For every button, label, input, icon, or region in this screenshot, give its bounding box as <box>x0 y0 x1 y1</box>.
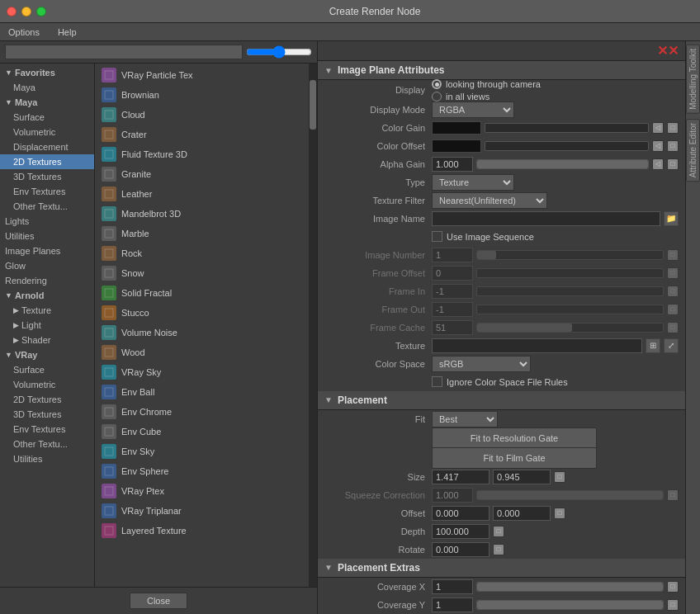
tree-item-maya[interactable]: ▼ Maya <box>0 95 94 110</box>
alpha-gain-field[interactable] <box>432 157 473 172</box>
list-item[interactable]: VRay Triplanar <box>95 501 309 521</box>
list-item[interactable]: Env Cube <box>95 422 309 442</box>
fit-resolution-gate-btn[interactable]: Fit to Resolution Gate <box>432 427 597 449</box>
texture-field[interactable] <box>432 338 642 353</box>
alpha-gain-btn1[interactable]: ◁ <box>652 158 664 170</box>
texture-filter-dropdown[interactable]: Nearest(Unfiltered) <box>432 192 547 209</box>
squeeze-correction-slider[interactable] <box>476 490 664 500</box>
list-item[interactable]: Mandelbrot 3D <box>95 204 309 224</box>
image-number-slider[interactable] <box>476 250 664 260</box>
list-item[interactable]: Wood <box>95 342 309 362</box>
alpha-gain-btn2[interactable]: □ <box>667 158 679 170</box>
squeeze-correction-field[interactable] <box>432 488 473 503</box>
list-item[interactable]: Solid Fractal <box>95 283 309 303</box>
image-number-field[interactable] <box>432 248 473 262</box>
toolkit-tab-modelling[interactable]: Modelling Toolkit <box>686 45 700 114</box>
tree-item-vray-2d[interactable]: 2D Textures <box>0 392 94 407</box>
fit-film-gate-btn[interactable]: Fit to Film Gate <box>432 447 597 469</box>
tree-item-vray-other[interactable]: Other Textu... <box>0 437 94 451</box>
maximize-window-btn[interactable] <box>36 7 46 17</box>
offset-y-field[interactable] <box>493 506 551 521</box>
use-image-seq-checkbox[interactable] <box>432 231 442 242</box>
menu-options[interactable]: Options <box>5 26 43 39</box>
zoom-slider[interactable] <box>246 45 312 59</box>
tree-item-vray-3d[interactable]: 3D Textures <box>0 407 94 422</box>
tree-item-volumetric[interactable]: Volumetric <box>0 125 94 139</box>
tree-item-arnold-shader[interactable]: ▶ Shader <box>0 333 94 347</box>
list-item[interactable]: Snow <box>95 263 309 283</box>
coverage-y-btn[interactable]: □ <box>667 599 679 611</box>
depth-field[interactable] <box>432 524 490 539</box>
image-name-browse-btn[interactable]: 📁 <box>664 211 679 226</box>
coverage-x-btn[interactable]: □ <box>667 581 679 593</box>
tree-item-2d-textures[interactable]: 2D Textures <box>0 154 94 169</box>
frame-offset-btn[interactable]: □ <box>667 267 679 279</box>
placement-extras-section-header[interactable]: ▼ Placement Extras <box>318 559 685 578</box>
size-btn[interactable]: □ <box>554 471 565 483</box>
display-mode-dropdown[interactable]: RGBA <box>432 102 514 118</box>
depth-btn[interactable]: □ <box>493 526 504 537</box>
coverage-x-slider[interactable] <box>476 582 664 592</box>
menu-help[interactable]: Help <box>54 26 80 39</box>
offset-x-field[interactable] <box>432 506 490 521</box>
size-x-field[interactable] <box>432 470 490 484</box>
tree-item-favorites-maya[interactable]: Maya <box>0 80 94 95</box>
fit-dropdown[interactable]: Best <box>432 411 498 427</box>
color-offset-btn1[interactable]: ◁ <box>652 140 664 152</box>
list-item[interactable]: VRay Ptex <box>95 481 309 501</box>
frame-offset-slider[interactable] <box>476 268 664 278</box>
frame-offset-field[interactable] <box>432 266 473 281</box>
list-item[interactable]: Fluid Texture 3D <box>95 144 309 164</box>
tree-item-arnold-light[interactable]: ▶ Light <box>0 318 94 333</box>
tree-item-other-textures[interactable]: Other Textu... <box>0 199 94 214</box>
list-item[interactable]: Crater <box>95 125 309 144</box>
tree-item-utilities[interactable]: Utilities <box>0 229 94 243</box>
texture-checker-btn[interactable]: ⊞ <box>646 338 660 353</box>
image-name-field[interactable] <box>432 211 660 226</box>
frame-cache-field[interactable] <box>432 320 473 335</box>
tree-item-env-textures[interactable]: Env Textures <box>0 184 94 199</box>
rotate-btn[interactable]: □ <box>493 544 504 555</box>
scroll-track[interactable] <box>309 64 317 587</box>
list-item[interactable]: Layered Texture <box>95 521 309 541</box>
frame-cache-btn[interactable]: □ <box>667 322 679 333</box>
scroll-thumb[interactable] <box>310 80 316 130</box>
list-item[interactable]: VRay Particle Tex <box>95 65 309 85</box>
radio-btn-camera[interactable] <box>432 79 442 89</box>
frame-in-field[interactable] <box>432 284 473 299</box>
list-item[interactable]: Env Chrome <box>95 402 309 422</box>
placement-section-header[interactable]: ▼ Placement <box>318 391 685 410</box>
tree-item-rendering[interactable]: Rendering <box>0 273 94 288</box>
list-item[interactable]: Env Ball <box>95 382 309 402</box>
radio-row-camera[interactable]: looking through camera <box>432 79 541 89</box>
color-gain-btn1[interactable]: ◁ <box>652 122 664 134</box>
coverage-y-field[interactable] <box>432 597 473 612</box>
tree-item-vray-surface[interactable]: Surface <box>0 362 94 377</box>
tree-item-favorites[interactable]: ▼ Favorites <box>0 65 94 80</box>
list-item[interactable]: Rock <box>95 243 309 263</box>
texture-link-btn[interactable]: ⤢ <box>664 338 679 353</box>
search-input[interactable] <box>5 45 243 59</box>
color-offset-swatch[interactable] <box>432 139 481 153</box>
close-button[interactable]: Close <box>130 593 187 609</box>
offset-btn[interactable]: □ <box>554 508 565 519</box>
list-item[interactable]: Cloud <box>95 105 309 125</box>
ignore-color-space-checkbox[interactable] <box>432 376 442 387</box>
toolkit-tab-attribute[interactable]: Attribute Editor <box>686 119 700 182</box>
coverage-x-field[interactable] <box>432 579 473 594</box>
frame-in-btn[interactable]: □ <box>667 286 679 297</box>
tree-item-vray-volumetric[interactable]: Volumetric <box>0 377 94 392</box>
tree-item-displacement[interactable]: Displacement <box>0 139 94 154</box>
type-dropdown[interactable]: Texture <box>432 174 514 191</box>
size-y-field[interactable] <box>493 470 551 484</box>
close-window-btn[interactable] <box>7 7 17 17</box>
frame-out-slider[interactable] <box>476 305 664 314</box>
list-item[interactable]: Env Sphere <box>95 461 309 481</box>
color-offset-slider[interactable] <box>485 141 649 151</box>
tree-item-image-planes[interactable]: Image Planes <box>0 243 94 258</box>
minimize-window-btn[interactable] <box>21 7 31 17</box>
squeeze-correction-btn[interactable]: □ <box>667 489 679 501</box>
tree-item-arnold[interactable]: ▼ Arnold <box>0 288 94 303</box>
frame-out-field[interactable] <box>432 302 473 317</box>
color-space-dropdown[interactable]: sRGB <box>432 356 531 372</box>
